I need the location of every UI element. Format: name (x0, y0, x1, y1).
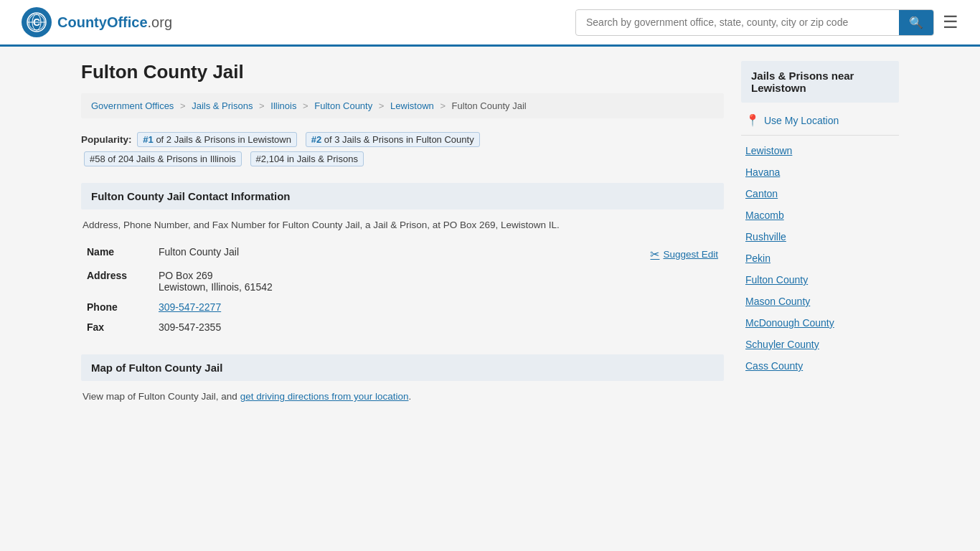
logo-icon: C (22, 7, 52, 37)
use-location-button[interactable]: 📍 Use My Location (741, 110, 899, 131)
directions-link[interactable]: get driving directions from your locatio… (240, 391, 409, 402)
breadcrumb-link-gov[interactable]: Government Offices (91, 100, 174, 111)
sidebar-list-item: Schuyler County (741, 334, 899, 355)
sidebar-link-macomb[interactable]: Macomb (741, 206, 899, 225)
logo-area: C CountyOffice.org (22, 7, 172, 37)
header-right: 🔍 ☰ (575, 9, 958, 36)
popularity-badge-4: #2,104 in Jails & Prisons (250, 151, 364, 166)
sidebar-list-item: McDonough County (741, 312, 899, 334)
breadcrumb-link-illinois[interactable]: Illinois (270, 100, 296, 111)
contact-description: Address, Phone Number, and Fax Number fo… (81, 220, 724, 230)
suggest-edit-button[interactable]: ✂ Suggest Edit (650, 248, 718, 261)
sidebar-link-mcdonough-county[interactable]: McDonough County (741, 314, 899, 332)
menu-button[interactable]: ☰ (943, 14, 958, 31)
breadcrumb-link-jails[interactable]: Jails & Prisons (192, 100, 253, 111)
content-area: Fulton County Jail Government Offices > … (81, 61, 724, 419)
sidebar: Jails & Prisons near Lewistown 📍 Use My … (741, 61, 899, 419)
sidebar-list-item: Lewistown (741, 140, 899, 161)
sidebar-link-havana[interactable]: Havana (741, 163, 899, 182)
sidebar-list-item: Pekin (741, 248, 899, 269)
sidebar-header: Jails & Prisons near Lewistown (741, 61, 899, 103)
search-bar: 🔍 (575, 9, 934, 36)
main-container: Fulton County Jail Government Offices > … (60, 47, 920, 433)
breadcrumb: Government Offices > Jails & Prisons > I… (81, 93, 724, 118)
sidebar-link-mason-county[interactable]: Mason County (741, 292, 899, 311)
sidebar-link-pekin[interactable]: Pekin (741, 249, 899, 268)
site-header: C CountyOffice.org 🔍 ☰ (0, 0, 980, 47)
popularity-badge-1: #1 of 2 Jails & Prisons in Lewistown (137, 132, 297, 147)
address-line1: PO Box 269 (159, 270, 718, 281)
sidebar-list-item: Fulton County (741, 269, 899, 291)
address-label: Address (81, 265, 153, 297)
sidebar-list-item: Mason County (741, 291, 899, 312)
sidebar-list-item: Macomb (741, 204, 899, 226)
sidebar-list-item: Rushville (741, 226, 899, 248)
breadcrumb-link-fulton[interactable]: Fulton County (314, 100, 372, 111)
sidebar-links: LewistownHavanaCantonMacombRushvillePeki… (741, 140, 899, 377)
sidebar-link-schuyler-county[interactable]: Schuyler County (741, 335, 899, 354)
phone-label: Phone (81, 297, 153, 317)
popularity-row: Popularity: #1 of 2 Jails & Prisons in L… (81, 130, 724, 169)
popularity-badge-3: #58 of 204 Jails & Prisons in Illinois (84, 151, 242, 166)
page-title: Fulton County Jail (81, 61, 724, 83)
sidebar-list-item: Havana (741, 161, 899, 183)
address-line2: Lewistown, Illinois, 61542 (159, 281, 718, 293)
fax-label: Fax (81, 317, 153, 337)
table-row-name: Name Fulton County Jail ✂ Suggest Edit (81, 242, 724, 265)
sidebar-list-item: Canton (741, 183, 899, 204)
location-icon: 📍 (745, 113, 760, 127)
name-label: Name (81, 242, 153, 265)
sidebar-link-fulton-county[interactable]: Fulton County (741, 270, 899, 289)
table-row-phone: Phone 309-547-2277 (81, 297, 724, 317)
name-value: Fulton County Jail (159, 246, 239, 258)
contact-section-header: Fulton County Jail Contact Information (81, 183, 724, 209)
edit-icon: ✂ (650, 248, 659, 261)
breadcrumb-link-lewistown[interactable]: Lewistown (390, 100, 434, 111)
popularity-badge-2: #2 of 3 Jails & Prisons in Fulton County (306, 132, 480, 147)
table-row-address: Address PO Box 269 Lewistown, Illinois, … (81, 265, 724, 297)
search-button[interactable]: 🔍 (899, 10, 933, 35)
search-input[interactable] (576, 11, 899, 34)
sidebar-link-lewistown[interactable]: Lewistown (741, 141, 899, 160)
sidebar-divider (741, 135, 899, 136)
map-section-header: Map of Fulton County Jail (81, 354, 724, 381)
sidebar-list-item: Cass County (741, 355, 899, 377)
contact-section: Fulton County Jail Contact Information A… (81, 183, 724, 337)
sidebar-link-cass-county[interactable]: Cass County (741, 357, 899, 375)
logo-text: CountyOffice.org (57, 14, 172, 31)
contact-table: Name Fulton County Jail ✂ Suggest Edit A… (81, 242, 724, 337)
breadcrumb-current: Fulton County Jail (452, 100, 527, 111)
fax-value: 309-547-2355 (153, 317, 724, 337)
sidebar-link-rushville[interactable]: Rushville (741, 227, 899, 246)
phone-link[interactable]: 309-547-2277 (159, 301, 221, 313)
table-row-fax: Fax 309-547-2355 (81, 317, 724, 337)
sidebar-link-canton[interactable]: Canton (741, 184, 899, 203)
map-section: Map of Fulton County Jail View map of Fu… (81, 354, 724, 402)
map-description: View map of Fulton County Jail, and get … (81, 391, 724, 402)
